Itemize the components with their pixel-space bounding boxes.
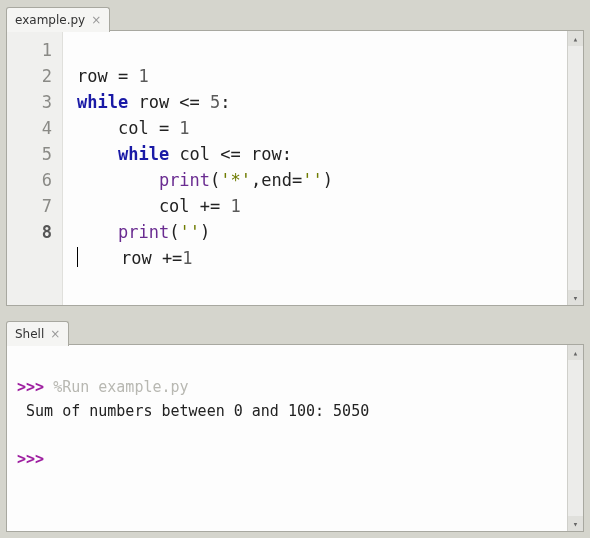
shell-output-line: Sum of numbers between 0 and 100: 5050: [17, 402, 369, 420]
shell-scrollbar[interactable]: ▴ ▾: [567, 345, 583, 531]
code-token: row <=: [128, 92, 210, 112]
scroll-up-icon[interactable]: ▴: [568, 31, 583, 46]
shell-tab[interactable]: Shell ×: [6, 321, 69, 346]
code-token: 1: [182, 248, 192, 268]
scroll-up-icon[interactable]: ▴: [568, 345, 583, 360]
code-token: col =: [77, 118, 179, 138]
code-token: '*': [220, 170, 251, 190]
code-token: row +=: [80, 248, 182, 268]
code-token: col <= row:: [169, 144, 292, 164]
line-number: 1: [7, 37, 62, 63]
scroll-down-icon[interactable]: ▾: [568, 290, 583, 305]
shell-tab-label: Shell: [15, 327, 44, 341]
line-number: 5: [7, 141, 62, 167]
line-number-gutter: 1 2 3 4 5 6 7 8: [7, 31, 63, 305]
shell-tabbar: Shell ×: [6, 320, 584, 344]
code-token: '': [179, 222, 199, 242]
editor-tabbar: example.py ×: [6, 6, 584, 30]
shell-body[interactable]: >>> %Run example.py Sum of numbers betwe…: [6, 344, 584, 532]
code-area[interactable]: row = 1 while row <= 5: col = 1 while co…: [63, 31, 567, 305]
code-token: [77, 144, 118, 164]
editor-scrollbar[interactable]: ▴ ▾: [567, 31, 583, 305]
shell-pane: Shell × >>> %Run example.py Sum of numbe…: [6, 320, 584, 532]
code-token: :: [220, 92, 230, 112]
code-token: while: [118, 144, 169, 164]
code-token: (: [169, 222, 179, 242]
line-number: 2: [7, 63, 62, 89]
line-number: 4: [7, 115, 62, 141]
code-token: ): [200, 222, 210, 242]
close-icon[interactable]: ×: [50, 328, 60, 340]
code-token: ): [323, 170, 333, 190]
editor-tab-label: example.py: [15, 13, 85, 27]
code-token: 5: [210, 92, 220, 112]
editor-tab[interactable]: example.py ×: [6, 7, 110, 32]
code-token: (: [210, 170, 220, 190]
code-token: '': [302, 170, 322, 190]
code-token: row =: [77, 66, 138, 86]
shell-prompt: >>>: [17, 450, 44, 468]
code-token: print: [159, 170, 210, 190]
code-token: 1: [231, 196, 241, 216]
text-cursor: [77, 247, 78, 267]
code-token: while: [77, 92, 128, 112]
close-icon[interactable]: ×: [91, 14, 101, 26]
shell-content[interactable]: >>> %Run example.py Sum of numbers betwe…: [7, 345, 567, 531]
line-number: 3: [7, 89, 62, 115]
code-token: col +=: [77, 196, 231, 216]
line-number: 7: [7, 193, 62, 219]
code-token: [77, 222, 118, 242]
code-token: 1: [179, 118, 189, 138]
code-token: print: [118, 222, 169, 242]
editor-body[interactable]: 1 2 3 4 5 6 7 8 row = 1 while row <= 5: …: [6, 30, 584, 306]
shell-run-command: %Run example.py: [53, 378, 188, 396]
line-number: 8: [7, 219, 62, 245]
editor-pane: example.py × 1 2 3 4 5 6 7 8 row = 1 whi…: [6, 6, 584, 306]
shell-prompt: >>>: [17, 378, 44, 396]
code-token: [77, 170, 159, 190]
line-number: 6: [7, 167, 62, 193]
code-token: 1: [138, 66, 148, 86]
code-token: ,end=: [251, 170, 302, 190]
scroll-down-icon[interactable]: ▾: [568, 516, 583, 531]
